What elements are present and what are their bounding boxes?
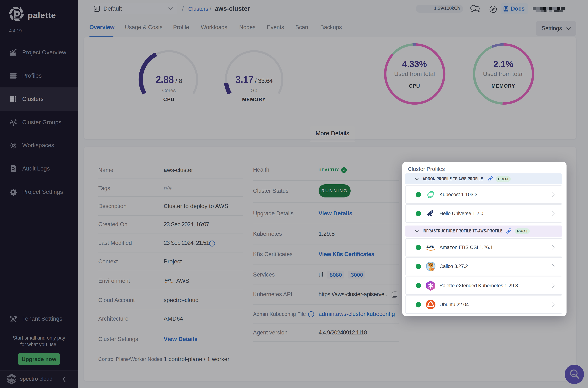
svg-text:aws: aws (426, 244, 434, 249)
